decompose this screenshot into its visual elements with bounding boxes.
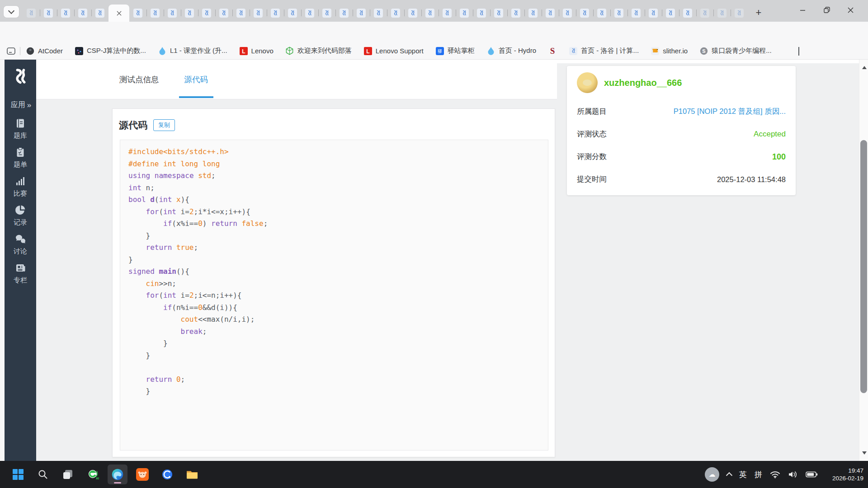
svg-text:L: L — [366, 48, 369, 54]
bookmark-item[interactable]: 首页 - Hydro — [486, 47, 536, 56]
browser-tab[interactable] — [627, 5, 645, 22]
browser-tab[interactable] — [232, 5, 250, 22]
browser-tab[interactable] — [164, 5, 181, 22]
window-restore-button[interactable] — [816, 0, 837, 20]
browser-tab[interactable] — [215, 5, 232, 22]
taskbar-clock[interactable]: 19:47 2026-02-19 — [826, 467, 863, 482]
sidebar-item-apps[interactable]: 应用 » — [5, 100, 36, 110]
taskbar-file-explorer-button[interactable] — [182, 465, 202, 484]
taskbar-task-view-button[interactable] — [58, 465, 78, 484]
record-tab-testcases[interactable]: 测试点信息 — [117, 60, 162, 99]
copy-button[interactable]: 复制 — [153, 119, 175, 131]
browser-tab[interactable] — [473, 5, 490, 22]
user-avatar[interactable] — [577, 72, 598, 93]
tab-close-icon[interactable] — [117, 11, 122, 16]
browser-tab[interactable] — [404, 5, 421, 22]
browser-tab[interactable] — [490, 5, 507, 22]
bookmark-item[interactable]: slither.io — [651, 47, 688, 56]
record-tab-source[interactable]: 源代码 — [182, 60, 211, 99]
info-rows: 所属题目P1075 [NOIP 2012 普及组] 质因...评测状态Accep… — [577, 100, 786, 191]
browser-tab[interactable] — [576, 5, 593, 22]
window-close-button[interactable] — [840, 0, 861, 20]
browser-tab[interactable] — [679, 5, 696, 22]
browser-tab[interactable] — [267, 5, 284, 22]
scrollbar-thumb[interactable] — [860, 140, 867, 393]
browser-tab[interactable] — [713, 5, 731, 22]
code-line: using namespace std; — [128, 170, 540, 182]
bookmark-item[interactable]: LLenovo Support — [363, 47, 424, 56]
volume-icon[interactable] — [788, 470, 798, 479]
browser-tab[interactable] — [335, 5, 353, 22]
page-scrollbar[interactable] — [859, 60, 868, 461]
bookmarks-panel-button[interactable] — [6, 47, 15, 56]
tab-search-button[interactable] — [4, 6, 19, 18]
taskbar-search-button[interactable] — [33, 465, 53, 484]
bookmark-item[interactable]: AtCoder — [26, 47, 63, 56]
browser-tab[interactable] — [370, 5, 387, 22]
browser-tab[interactable] — [318, 5, 335, 22]
bookmark-item[interactable]: LLenovo — [239, 47, 274, 56]
browser-tab[interactable] — [91, 5, 108, 22]
username-link[interactable]: xuzhenghao__666 — [604, 78, 682, 88]
luogu-logo-icon[interactable] — [5, 68, 36, 86]
browser-tab[interactable] — [74, 5, 91, 22]
browser-tab-active[interactable] — [108, 5, 129, 22]
sidebar-item-column[interactable]: 专栏 — [5, 262, 36, 285]
bookmark-item[interactable]: S猿口袋青少年编程... — [699, 47, 772, 56]
ime-pinyin-indicator[interactable]: 拼 — [755, 469, 762, 480]
bookmark-item[interactable]: 欢迎来到代码部落 — [285, 47, 352, 56]
taskbar-edge-button[interactable] — [108, 465, 127, 484]
browser-tab[interactable] — [731, 5, 748, 22]
sidebar-item-problem-list[interactable]: 题单 — [5, 146, 36, 169]
browser-tab[interactable] — [421, 5, 439, 22]
luogu-favicon — [666, 9, 675, 18]
ime-english-indicator[interactable]: 英 — [739, 469, 747, 480]
browser-tab[interactable] — [146, 5, 164, 22]
taskbar-yuan-coding-button[interactable] — [132, 465, 152, 484]
bookmarks-overflow-button[interactable] — [798, 47, 799, 55]
browser-tab[interactable] — [456, 5, 473, 22]
bookmark-item[interactable]: 驿驿站掌柜 — [435, 47, 475, 56]
taskbar-browser-360-button[interactable]: AI — [83, 465, 103, 484]
scroll-up-arrow[interactable] — [862, 66, 867, 69]
browser-tab[interactable] — [284, 5, 301, 22]
browser-tab[interactable] — [696, 5, 713, 22]
browser-tab[interactable] — [645, 5, 662, 22]
taskbar-quark-button[interactable] — [157, 465, 177, 484]
browser-tab[interactable] — [301, 5, 318, 22]
browser-tab[interactable] — [40, 5, 57, 22]
browser-tab[interactable] — [387, 5, 404, 22]
browser-tab[interactable] — [507, 5, 524, 22]
browser-tab[interactable] — [250, 5, 267, 22]
browser-tab[interactable] — [23, 5, 40, 22]
browser-tab[interactable] — [524, 5, 542, 22]
bookmark-item[interactable]: S — [548, 47, 557, 56]
bookmark-item[interactable]: L1 - 课堂作业 (升... — [158, 47, 227, 56]
bookmark-item[interactable]: CSP-J算法中的数... — [75, 47, 146, 56]
sidebar-item-record[interactable]: 记录 — [5, 204, 36, 227]
problem-link[interactable]: P1075 [NOIP 2012 普及组] 质因... — [674, 107, 786, 117]
browser-tab[interactable] — [439, 5, 456, 22]
scroll-down-arrow[interactable] — [862, 451, 867, 455]
sidebar-item-contest[interactable]: 比赛 — [5, 175, 36, 198]
browser-tab[interactable] — [593, 5, 610, 22]
battery-icon[interactable] — [806, 471, 818, 478]
sidebar-item-discuss[interactable]: 讨论 — [5, 233, 36, 256]
bookmark-item[interactable]: 首页 - 洛谷 | 计算... — [569, 47, 639, 56]
browser-tab[interactable] — [57, 5, 74, 22]
browser-tab[interactable] — [662, 5, 679, 22]
new-tab-button[interactable]: + — [752, 6, 765, 19]
browser-tab[interactable] — [610, 5, 627, 22]
wifi-icon[interactable] — [770, 470, 780, 479]
weather-icon[interactable]: ☁ — [705, 467, 719, 482]
tray-chevron-up-icon[interactable] — [726, 472, 732, 479]
browser-tab[interactable] — [542, 5, 559, 22]
taskbar-start-button[interactable] — [8, 465, 28, 484]
browser-tab[interactable] — [181, 5, 198, 22]
browser-tab[interactable] — [559, 5, 576, 22]
browser-tab[interactable] — [198, 5, 215, 22]
browser-tab[interactable] — [353, 5, 370, 22]
sidebar-item-problemset[interactable]: 题库 — [5, 117, 36, 140]
browser-tab[interactable] — [129, 5, 146, 22]
window-minimize-button[interactable] — [792, 0, 813, 20]
